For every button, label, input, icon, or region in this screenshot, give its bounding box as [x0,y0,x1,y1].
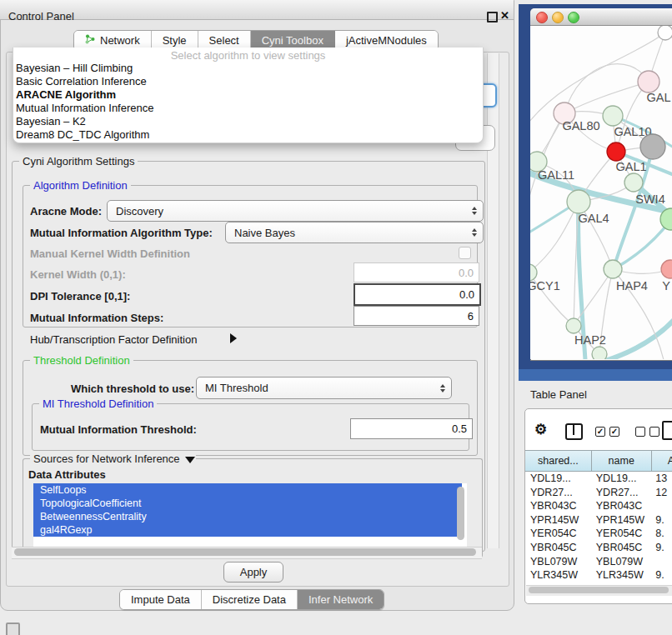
network-canvas[interactable]: GALGAL80GAL10GAL1GAL11SWI4GAL4GCY1HAP4YH… [530,26,672,359]
table-cell: YBL079W [591,555,650,569]
table-cell: YIL052C [591,582,650,584]
table-row[interactable]: YPR145WYPR145W9. [525,513,672,528]
mi-threshold-label: Mutual Information Threshold: [40,423,197,436]
table-cell: 0 [650,582,672,584]
kernel-width-value: 0.0 [459,267,474,279]
table-row[interactable]: YER054CYER054C8. [525,527,672,541]
bottom-tab-infer-network[interactable]: Infer Network [298,590,384,609]
column-header-2[interactable]: name [592,450,652,472]
network-icon [85,34,96,47]
list-scrollbar-thumb[interactable] [457,487,464,540]
apply-label: Apply [240,566,268,578]
node-label: HAP4 [616,279,648,292]
table-row[interactable]: YBL079WYBL079W [525,555,672,569]
group-title: MI Threshold Definition [39,398,157,410]
table-cell: YBR045C [591,541,650,555]
tab-label: Style [163,34,187,47]
attribute-list-item[interactable]: TopologicalCoefficient [33,497,462,510]
table-cell: YBR043C [525,499,591,513]
table-row[interactable]: YDL19...YDL19...13 [525,472,672,486]
select-all-icon[interactable]: ✓ [595,427,605,437]
column-layout-icon[interactable] [565,423,583,440]
deselect-all-icon[interactable] [635,427,645,437]
hub-definition-toggle[interactable]: Hub/Transcription Factor Definition [30,333,197,346]
table-row[interactable]: YLR345WYLR345W9. [525,568,672,582]
expand-right-icon[interactable] [230,333,237,343]
dpi-tolerance-field[interactable]: 0.0 [354,283,481,306]
attribute-list-item[interactable]: SelfLoops [33,483,462,497]
network-node-gal[interactable] [638,71,659,92]
network-node-hap2[interactable] [566,318,581,333]
collapse-down-icon[interactable] [185,457,195,463]
dropdown-item[interactable]: ARACNE Algorithm [13,88,483,102]
dropdown-item[interactable]: Mutual Information Inference [13,102,483,115]
data-attributes-list[interactable]: SelfLoopsTopologicalCoefficientBetweenne… [33,483,467,547]
table-row[interactable]: YIL052CYIL052C0 [525,582,672,584]
network-node-gal1[interactable] [607,142,625,161]
mi-type-select[interactable]: Naive Bayes [225,222,484,243]
dropdown-item[interactable]: Basic Correlation Inference [13,75,483,88]
settings-horizontal-scrollbar[interactable] [12,547,482,559]
attribute-list-item[interactable]: BetweennessCentrality [33,510,462,523]
table-cell: YBL079W [525,555,591,569]
spinner-arrows-icon [472,228,477,237]
float-panel-icon[interactable] [487,12,498,22]
collapsed-panel-icon[interactable] [6,622,20,635]
group-title: Cyni Algorithm Settings [19,155,138,168]
window-close-icon[interactable] [536,12,548,23]
apply-button[interactable]: Apply [223,562,283,582]
table-cell: 9. [650,541,672,555]
mi-steps-value: 6 [468,310,474,322]
table-header-row: shared...nameA [525,450,672,472]
network-node[interactable] [592,347,607,359]
which-threshold-select[interactable]: MI Threshold [196,377,452,399]
table-cell: YDL19... [525,472,591,486]
tab-label: Discretize Data [213,593,286,606]
network-node[interactable] [640,134,665,159]
algorithm-dropdown-list: Select algorithm to view settings Bayesi… [13,48,484,143]
network-node-hap4[interactable] [604,260,622,278]
dropdown-item[interactable]: Bayesian – K2 [13,115,483,128]
aracne-mode-select[interactable]: Discovery [107,200,484,222]
dropdown-item[interactable]: Bayesian – Hill Climbing [13,62,483,75]
window-minimize-icon[interactable] [552,12,564,23]
function-builder-icon[interactable] [662,421,672,440]
network-node-gal10[interactable] [603,106,623,126]
mi-type-value: Naive Bayes [234,227,295,239]
table-row[interactable]: YBR043CYBR043C [525,499,672,513]
bottom-tab-discretize-data[interactable]: Discretize Data [202,590,298,609]
node-label: Y [662,279,670,292]
table-cell: YPR145W [525,513,591,528]
gear-icon[interactable]: ⚙ [534,421,547,438]
dropdown-item[interactable]: Dream8 DC_TDC Algorithm [13,128,483,142]
control-panel-titlebar[interactable] [0,0,514,20]
scrollbar-thumb[interactable] [14,548,476,556]
table-cell: 8. [650,527,672,541]
which-threshold-value: MI Threshold [205,382,268,394]
attribute-list-item[interactable]: gal4RGexp [33,523,462,537]
table-cell: YDL19... [591,472,650,486]
column-header-3[interactable]: A [652,450,672,472]
window-zoom-icon[interactable] [568,12,579,23]
table-cell: YBR043C [591,499,650,513]
close-icon[interactable]: ✕ [500,9,509,22]
network-node[interactable] [658,26,672,40]
column-header-1[interactable]: shared... [525,450,592,472]
dpi-tolerance-value: 0.0 [459,288,474,301]
node-label: GAL4 [578,212,609,225]
table-row[interactable]: YDR27...YDR27...12 [525,486,672,500]
select-all-icon[interactable]: ✓ [609,427,619,437]
manual-kernel-checkbox[interactable] [459,247,471,259]
mi-threshold-field[interactable]: 0.5 [350,418,473,439]
scrollbar-thumb[interactable] [529,587,669,593]
bottom-tab-impute-data[interactable]: Impute Data [120,590,202,609]
deselect-all-icon[interactable] [649,427,659,437]
table-row[interactable]: YBR045CYBR045C9. [525,541,672,555]
kernel-width-label: Kernel Width (0,1): [30,268,126,281]
mi-steps-field[interactable]: 6 [354,306,479,326]
network-node-y[interactable] [661,260,672,278]
network-node-swi4[interactable] [624,173,643,192]
network-node-gal4[interactable] [567,190,590,213]
table-cell: YLR345W [591,568,650,582]
kernel-width-field[interactable]: 0.0 [354,262,479,282]
